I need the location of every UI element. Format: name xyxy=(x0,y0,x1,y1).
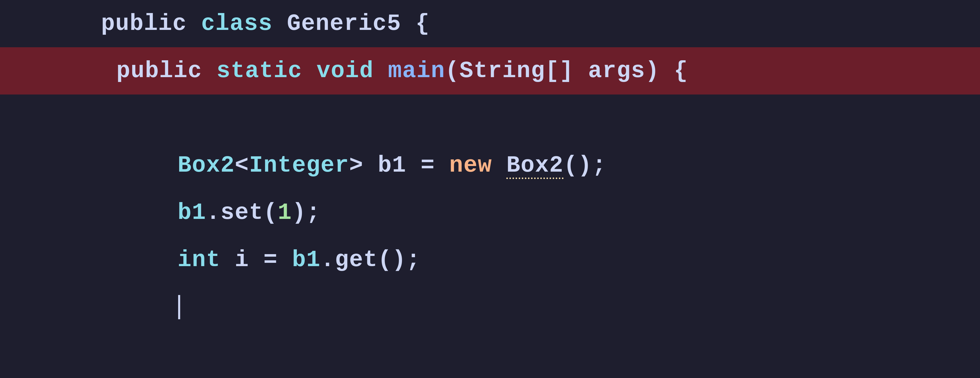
literal-1: 1 xyxy=(278,200,292,226)
keyword-public-2: public xyxy=(116,58,216,84)
paren-close-brace: ) { xyxy=(645,58,688,84)
var-b1-get: b1 xyxy=(292,247,321,273)
keyword-void: void xyxy=(317,58,388,84)
generic-close: > xyxy=(349,153,363,179)
var-b1-decl: b1 xyxy=(363,153,421,179)
classname-generic5: Generic5 xyxy=(287,11,415,37)
generic-open: < xyxy=(235,153,249,179)
var-i-decl: i xyxy=(221,247,263,273)
keyword-class: class xyxy=(201,11,287,37)
paren-open: ( xyxy=(445,58,460,84)
type-box2: Box2 xyxy=(178,153,235,179)
method-set: .set( xyxy=(206,200,278,226)
text-cursor xyxy=(178,295,180,319)
param-args: args xyxy=(574,58,645,84)
method-set-close: ); xyxy=(292,200,321,226)
constructor-box2: Box2 xyxy=(506,154,563,177)
keyword-int: int xyxy=(178,247,221,273)
code-line-2: public static void main(String[] args) { xyxy=(0,47,980,94)
code-editor[interactable]: public class Generic5 { public static vo… xyxy=(0,0,980,378)
type-integer: Integer xyxy=(249,153,349,179)
constructor-parens: (); xyxy=(563,153,606,179)
method-get: .get(); xyxy=(321,247,421,273)
type-string: String xyxy=(460,58,545,84)
keyword-public: public xyxy=(101,11,201,37)
code-line-7 xyxy=(0,284,980,331)
keyword-new: new xyxy=(449,153,506,179)
var-b1-set: b1 xyxy=(178,200,206,226)
keyword-static: static xyxy=(216,58,317,84)
array-brackets: [] xyxy=(545,58,574,84)
method-main: main xyxy=(388,58,445,84)
equals-sign-2: = xyxy=(263,247,292,273)
brace-open: { xyxy=(415,11,430,37)
code-line-8 xyxy=(0,331,980,378)
equals-sign: = xyxy=(421,153,449,179)
